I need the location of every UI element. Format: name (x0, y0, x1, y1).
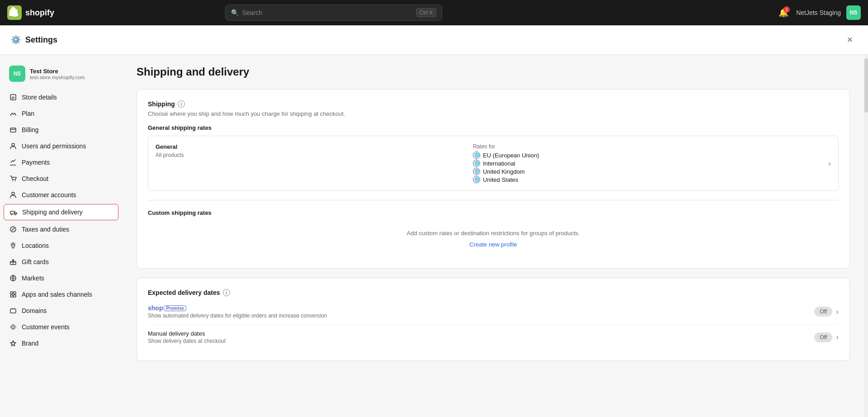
nav-right: 🔔 1 NetJets Staging NS (776, 5, 861, 20)
rate-row-chevron[interactable]: › (828, 159, 831, 168)
dest-uk: 🌐 United Kingdom (473, 168, 539, 175)
shop-promise-left: shop Promise Show automated delivery dat… (148, 304, 327, 319)
locations-icon (9, 242, 17, 250)
manual-delivery-toggle[interactable]: Off (814, 332, 832, 342)
globe-intl-icon: 🌐 (473, 160, 480, 167)
svg-point-9 (15, 214, 16, 215)
search-bar[interactable]: 🔍 Ctrl K (225, 5, 442, 21)
customer-events-icon (9, 323, 17, 331)
store-url: test-store.myshopify.com (30, 75, 85, 80)
sidebar-item-users-permissions[interactable]: Users and permissions (0, 138, 122, 154)
promise-badge: Promise (164, 305, 186, 311)
settings-header-left: ⚙️ Settings (11, 35, 57, 45)
manual-delivery-right: Off › (814, 332, 839, 342)
shop-promise-row[interactable]: shop Promise Show automated delivery dat… (148, 299, 839, 325)
sidebar-label-locations: Locations (22, 242, 49, 249)
manual-delivery-sub: Show delivery dates at checkout (148, 338, 226, 344)
expected-delivery-info-icon[interactable]: i (223, 289, 230, 296)
search-input[interactable] (242, 9, 413, 16)
dest-us: 🌐 United States (473, 176, 539, 183)
rate-label: General (156, 143, 184, 150)
custom-rates-text: Add custom rates or destination restrict… (157, 230, 830, 237)
rates-for-label: Rates for (473, 143, 539, 150)
search-icon: 🔍 (231, 9, 239, 16)
sidebar-label-payments: Payments (22, 159, 50, 166)
rate-destinations: 🌐 EU (European Union) 🌐 International 🌐 … (473, 152, 539, 183)
scrollbar-track (864, 55, 868, 417)
close-button[interactable]: × (843, 33, 857, 47)
manual-delivery-row[interactable]: Manual delivery dates Show delivery date… (148, 325, 839, 350)
plan-icon (9, 109, 17, 118)
sidebar-item-customer-events[interactable]: Customer events (0, 319, 122, 335)
expected-delivery-title: Expected delivery dates i (148, 289, 839, 296)
payments-icon (9, 158, 17, 166)
sidebar-label-customer-accounts: Customer accounts (22, 191, 76, 199)
shipping-section-title: Shipping i (148, 100, 839, 108)
globe-uk-icon: 🌐 (473, 168, 480, 175)
sidebar-item-brand[interactable]: Brand (0, 335, 122, 351)
store-header: NS Test Store test-store.myshopify.com (0, 62, 122, 89)
sidebar-item-payments[interactable]: Payments (0, 154, 122, 171)
user-avatar-nav[interactable]: NS (846, 5, 861, 20)
sidebar-item-apps-sales[interactable]: Apps and sales channels (0, 286, 122, 303)
store-name-nav: NetJets Staging (796, 9, 841, 16)
rate-left: General All products (156, 143, 184, 158)
notification-bell[interactable]: 🔔 1 (776, 5, 791, 20)
shipping-icon (9, 208, 18, 216)
sidebar-item-checkout[interactable]: Checkout (0, 171, 122, 187)
store-info: Test Store test-store.myshopify.com (30, 68, 85, 80)
svg-point-8 (11, 214, 12, 215)
store-title: Test Store (30, 68, 85, 75)
sidebar-item-locations[interactable]: Locations (0, 237, 122, 254)
sidebar-item-customer-accounts[interactable]: Customer accounts (0, 187, 122, 203)
globe-eu-icon: 🌐 (473, 152, 480, 159)
settings-icon: ⚙️ (11, 35, 21, 45)
checkout-icon (9, 175, 17, 183)
settings-modal: ⚙️ Settings × NS Test Store test-store.m… (0, 25, 868, 417)
svg-point-3 (12, 143, 14, 146)
settings-body: NS Test Store test-store.myshopify.com S… (0, 55, 868, 417)
sidebar-item-store-details[interactable]: Store details (0, 89, 122, 105)
svg-rect-7 (10, 211, 14, 214)
sidebar-label-gift-cards: Gift cards (22, 258, 49, 265)
sidebar-item-plan[interactable]: Plan (0, 105, 122, 122)
settings-title: Settings (25, 35, 57, 45)
sidebar-item-gift-cards[interactable]: Gift cards (0, 254, 122, 270)
markets-icon (9, 274, 17, 282)
sidebar-item-billing[interactable]: Billing (0, 122, 122, 138)
search-shortcut: Ctrl K (416, 8, 436, 17)
shipping-info-icon[interactable]: i (178, 100, 185, 108)
top-navigation: shopify 🔍 Ctrl K 🔔 1 NetJets Staging NS (0, 0, 868, 25)
sidebar-label-markets: Markets (22, 275, 44, 282)
page-title: Shipping and delivery (137, 66, 850, 78)
dest-intl: 🌐 International (473, 160, 539, 167)
shopify-logo[interactable]: shopify (7, 5, 54, 20)
general-rate-row[interactable]: General All products Rates for 🌐 EU (Eur… (148, 136, 839, 191)
sidebar-label-brand: Brand (22, 340, 38, 347)
svg-point-5 (15, 180, 16, 181)
customer-accounts-icon (9, 191, 17, 199)
sidebar-item-domains[interactable]: Domains (0, 303, 122, 319)
store-avatar: NS (9, 66, 25, 82)
svg-rect-17 (14, 295, 16, 297)
scrollbar-thumb[interactable] (864, 58, 868, 113)
shop-promise-chevron[interactable]: › (836, 307, 839, 317)
rate-right: Rates for 🌐 EU (European Union) 🌐 Intern… (473, 143, 539, 183)
sidebar-label-shipping: Shipping and delivery (22, 208, 83, 216)
sidebar-item-shipping-delivery[interactable]: Shipping and delivery (4, 204, 118, 220)
svg-point-11 (13, 244, 14, 246)
general-rates-title: General shipping rates (148, 124, 839, 131)
sidebar-item-taxes-duties[interactable]: Taxes and duties (0, 221, 122, 237)
logo-text: shopify (25, 8, 54, 18)
shop-promise-toggle[interactable]: Off (814, 307, 832, 317)
taxes-icon (9, 225, 17, 233)
brand-icon (9, 339, 17, 347)
sidebar-label-billing: Billing (22, 126, 38, 133)
sidebar-item-markets[interactable]: Markets (0, 270, 122, 286)
svg-rect-15 (14, 292, 16, 294)
shipping-subtitle: Choose where you ship and how much you c… (148, 110, 839, 117)
custom-rates-empty: Add custom rates or destination restrict… (148, 221, 839, 257)
svg-rect-2 (10, 128, 16, 132)
manual-delivery-chevron[interactable]: › (836, 332, 839, 342)
create-profile-link[interactable]: Create new profile (469, 241, 517, 248)
